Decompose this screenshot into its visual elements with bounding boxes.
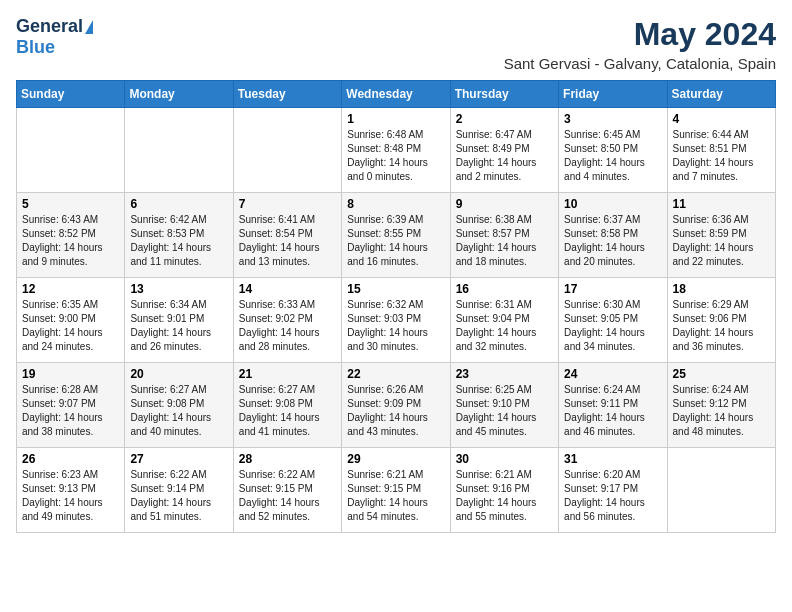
calendar-cell: 21Sunrise: 6:27 AM Sunset: 9:08 PM Dayli…: [233, 363, 341, 448]
calendar-table: SundayMondayTuesdayWednesdayThursdayFrid…: [16, 80, 776, 533]
day-number: 3: [564, 112, 661, 126]
header-day-friday: Friday: [559, 81, 667, 108]
day-info: Sunrise: 6:39 AM Sunset: 8:55 PM Dayligh…: [347, 213, 444, 269]
calendar-cell: 28Sunrise: 6:22 AM Sunset: 9:15 PM Dayli…: [233, 448, 341, 533]
day-info: Sunrise: 6:38 AM Sunset: 8:57 PM Dayligh…: [456, 213, 553, 269]
header-day-wednesday: Wednesday: [342, 81, 450, 108]
day-info: Sunrise: 6:20 AM Sunset: 9:17 PM Dayligh…: [564, 468, 661, 524]
day-number: 5: [22, 197, 119, 211]
day-number: 1: [347, 112, 444, 126]
day-info: Sunrise: 6:21 AM Sunset: 9:16 PM Dayligh…: [456, 468, 553, 524]
title-area: May 2024 Sant Gervasi - Galvany, Catalon…: [504, 16, 776, 72]
day-info: Sunrise: 6:25 AM Sunset: 9:10 PM Dayligh…: [456, 383, 553, 439]
day-info: Sunrise: 6:27 AM Sunset: 9:08 PM Dayligh…: [130, 383, 227, 439]
day-info: Sunrise: 6:36 AM Sunset: 8:59 PM Dayligh…: [673, 213, 770, 269]
calendar-header: SundayMondayTuesdayWednesdayThursdayFrid…: [17, 81, 776, 108]
day-number: 18: [673, 282, 770, 296]
day-info: Sunrise: 6:26 AM Sunset: 9:09 PM Dayligh…: [347, 383, 444, 439]
day-number: 14: [239, 282, 336, 296]
calendar-cell: 29Sunrise: 6:21 AM Sunset: 9:15 PM Dayli…: [342, 448, 450, 533]
calendar-cell: [17, 108, 125, 193]
day-number: 6: [130, 197, 227, 211]
day-number: 9: [456, 197, 553, 211]
day-info: Sunrise: 6:24 AM Sunset: 9:12 PM Dayligh…: [673, 383, 770, 439]
day-info: Sunrise: 6:28 AM Sunset: 9:07 PM Dayligh…: [22, 383, 119, 439]
day-number: 20: [130, 367, 227, 381]
header-day-tuesday: Tuesday: [233, 81, 341, 108]
day-info: Sunrise: 6:30 AM Sunset: 9:05 PM Dayligh…: [564, 298, 661, 354]
day-info: Sunrise: 6:44 AM Sunset: 8:51 PM Dayligh…: [673, 128, 770, 184]
day-number: 8: [347, 197, 444, 211]
calendar-cell: 7Sunrise: 6:41 AM Sunset: 8:54 PM Daylig…: [233, 193, 341, 278]
day-info: Sunrise: 6:48 AM Sunset: 8:48 PM Dayligh…: [347, 128, 444, 184]
day-number: 25: [673, 367, 770, 381]
header-day-sunday: Sunday: [17, 81, 125, 108]
calendar-cell: 1Sunrise: 6:48 AM Sunset: 8:48 PM Daylig…: [342, 108, 450, 193]
calendar-cell: 25Sunrise: 6:24 AM Sunset: 9:12 PM Dayli…: [667, 363, 775, 448]
day-number: 29: [347, 452, 444, 466]
logo-blue-text: Blue: [16, 37, 55, 58]
day-number: 4: [673, 112, 770, 126]
day-number: 30: [456, 452, 553, 466]
day-number: 2: [456, 112, 553, 126]
calendar-cell: 11Sunrise: 6:36 AM Sunset: 8:59 PM Dayli…: [667, 193, 775, 278]
header-row: SundayMondayTuesdayWednesdayThursdayFrid…: [17, 81, 776, 108]
calendar-cell: [125, 108, 233, 193]
calendar-cell: 22Sunrise: 6:26 AM Sunset: 9:09 PM Dayli…: [342, 363, 450, 448]
day-info: Sunrise: 6:22 AM Sunset: 9:14 PM Dayligh…: [130, 468, 227, 524]
day-info: Sunrise: 6:21 AM Sunset: 9:15 PM Dayligh…: [347, 468, 444, 524]
day-info: Sunrise: 6:27 AM Sunset: 9:08 PM Dayligh…: [239, 383, 336, 439]
day-number: 28: [239, 452, 336, 466]
calendar-cell: 23Sunrise: 6:25 AM Sunset: 9:10 PM Dayli…: [450, 363, 558, 448]
calendar-cell: 20Sunrise: 6:27 AM Sunset: 9:08 PM Dayli…: [125, 363, 233, 448]
day-info: Sunrise: 6:34 AM Sunset: 9:01 PM Dayligh…: [130, 298, 227, 354]
calendar-body: 1Sunrise: 6:48 AM Sunset: 8:48 PM Daylig…: [17, 108, 776, 533]
calendar-cell: 2Sunrise: 6:47 AM Sunset: 8:49 PM Daylig…: [450, 108, 558, 193]
calendar-cell: 4Sunrise: 6:44 AM Sunset: 8:51 PM Daylig…: [667, 108, 775, 193]
day-number: 15: [347, 282, 444, 296]
calendar-cell: 18Sunrise: 6:29 AM Sunset: 9:06 PM Dayli…: [667, 278, 775, 363]
day-number: 17: [564, 282, 661, 296]
calendar-cell: 13Sunrise: 6:34 AM Sunset: 9:01 PM Dayli…: [125, 278, 233, 363]
calendar-cell: [667, 448, 775, 533]
day-number: 23: [456, 367, 553, 381]
week-row: 5Sunrise: 6:43 AM Sunset: 8:52 PM Daylig…: [17, 193, 776, 278]
day-number: 10: [564, 197, 661, 211]
main-title: May 2024: [504, 16, 776, 53]
calendar-cell: 31Sunrise: 6:20 AM Sunset: 9:17 PM Dayli…: [559, 448, 667, 533]
calendar-cell: 8Sunrise: 6:39 AM Sunset: 8:55 PM Daylig…: [342, 193, 450, 278]
day-info: Sunrise: 6:29 AM Sunset: 9:06 PM Dayligh…: [673, 298, 770, 354]
day-info: Sunrise: 6:32 AM Sunset: 9:03 PM Dayligh…: [347, 298, 444, 354]
day-info: Sunrise: 6:47 AM Sunset: 8:49 PM Dayligh…: [456, 128, 553, 184]
day-info: Sunrise: 6:43 AM Sunset: 8:52 PM Dayligh…: [22, 213, 119, 269]
week-row: 1Sunrise: 6:48 AM Sunset: 8:48 PM Daylig…: [17, 108, 776, 193]
day-info: Sunrise: 6:31 AM Sunset: 9:04 PM Dayligh…: [456, 298, 553, 354]
day-info: Sunrise: 6:45 AM Sunset: 8:50 PM Dayligh…: [564, 128, 661, 184]
day-info: Sunrise: 6:37 AM Sunset: 8:58 PM Dayligh…: [564, 213, 661, 269]
calendar-cell: 19Sunrise: 6:28 AM Sunset: 9:07 PM Dayli…: [17, 363, 125, 448]
day-number: 21: [239, 367, 336, 381]
day-number: 27: [130, 452, 227, 466]
calendar-cell: 24Sunrise: 6:24 AM Sunset: 9:11 PM Dayli…: [559, 363, 667, 448]
calendar-cell: 17Sunrise: 6:30 AM Sunset: 9:05 PM Dayli…: [559, 278, 667, 363]
day-info: Sunrise: 6:42 AM Sunset: 8:53 PM Dayligh…: [130, 213, 227, 269]
day-info: Sunrise: 6:33 AM Sunset: 9:02 PM Dayligh…: [239, 298, 336, 354]
day-number: 11: [673, 197, 770, 211]
day-info: Sunrise: 6:22 AM Sunset: 9:15 PM Dayligh…: [239, 468, 336, 524]
calendar-cell: 14Sunrise: 6:33 AM Sunset: 9:02 PM Dayli…: [233, 278, 341, 363]
calendar-cell: 3Sunrise: 6:45 AM Sunset: 8:50 PM Daylig…: [559, 108, 667, 193]
logo-triangle-icon: [85, 20, 93, 34]
calendar-cell: 5Sunrise: 6:43 AM Sunset: 8:52 PM Daylig…: [17, 193, 125, 278]
calendar-cell: 27Sunrise: 6:22 AM Sunset: 9:14 PM Dayli…: [125, 448, 233, 533]
logo-general-text: General: [16, 16, 83, 37]
week-row: 19Sunrise: 6:28 AM Sunset: 9:07 PM Dayli…: [17, 363, 776, 448]
calendar-cell: 10Sunrise: 6:37 AM Sunset: 8:58 PM Dayli…: [559, 193, 667, 278]
calendar-cell: 16Sunrise: 6:31 AM Sunset: 9:04 PM Dayli…: [450, 278, 558, 363]
logo: General Blue: [16, 16, 93, 58]
calendar-cell: 26Sunrise: 6:23 AM Sunset: 9:13 PM Dayli…: [17, 448, 125, 533]
day-info: Sunrise: 6:24 AM Sunset: 9:11 PM Dayligh…: [564, 383, 661, 439]
day-number: 26: [22, 452, 119, 466]
calendar-cell: 9Sunrise: 6:38 AM Sunset: 8:57 PM Daylig…: [450, 193, 558, 278]
day-info: Sunrise: 6:41 AM Sunset: 8:54 PM Dayligh…: [239, 213, 336, 269]
day-number: 12: [22, 282, 119, 296]
